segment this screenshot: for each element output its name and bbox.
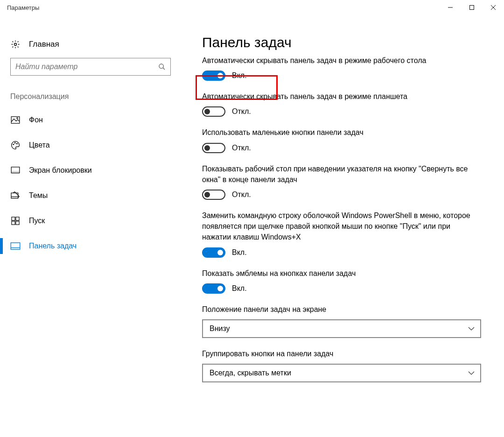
toggle-peek-desktop[interactable] <box>202 190 225 200</box>
toggle-state: Вкл. <box>232 248 247 257</box>
sidebar-item-start[interactable]: Пуск <box>0 208 180 233</box>
toggle-autohide-desktop[interactable] <box>202 70 225 81</box>
taskbar-icon <box>10 241 21 251</box>
sidebar-item-colors[interactable]: Цвета <box>0 133 180 158</box>
sidebar-item-label: Экран блокировки <box>29 166 92 175</box>
toggle-state: Откл. <box>232 190 251 199</box>
titlebar: Параметры <box>0 0 504 15</box>
sidebar-item-label: Пуск <box>29 217 45 225</box>
sidebar-item-label: Фон <box>29 116 43 124</box>
search-box[interactable] <box>10 58 171 76</box>
dropdown-combine-buttons[interactable]: Всегда, скрывать метки <box>202 364 481 382</box>
toggle-state: Вкл. <box>232 71 247 80</box>
dropdown-label: Группировать кнопки на панели задач <box>202 348 481 359</box>
setting-label: Заменить командную строку оболочкой Wind… <box>202 210 481 243</box>
toggle-state: Откл. <box>232 107 251 116</box>
picture-icon <box>10 115 21 125</box>
sidebar-item-label: Панель задач <box>29 242 77 250</box>
toggle-state: Вкл. <box>232 284 247 293</box>
search-input[interactable] <box>15 63 158 71</box>
setting-label: Показать эмблемы на кнопках панели задач <box>202 268 481 279</box>
search-icon <box>158 63 166 70</box>
setting-label: Автоматически скрывать панель задач в ре… <box>202 55 481 66</box>
dropdown-value: Всегда, скрывать метки <box>210 369 291 377</box>
chevron-down-icon <box>468 371 475 375</box>
start-icon <box>10 216 21 226</box>
sidebar-item-lockscreen[interactable]: Экран блокировки <box>0 158 180 183</box>
svg-rect-14 <box>11 193 18 198</box>
window-controls <box>440 0 504 15</box>
sidebar-item-label: Цвета <box>29 141 50 149</box>
svg-point-11 <box>17 143 18 144</box>
maximize-button[interactable] <box>461 0 483 15</box>
svg-rect-17 <box>16 217 19 220</box>
toggle-autohide-tablet[interactable] <box>202 106 225 117</box>
svg-rect-20 <box>11 243 20 249</box>
sidebar-item-background[interactable]: Фон <box>0 107 180 133</box>
setting-label: Показывать рабочий стол при наведении ук… <box>202 163 481 185</box>
toggle-badges[interactable] <box>202 283 225 294</box>
minimize-button[interactable] <box>440 0 461 15</box>
main-content: Панель задач Автоматически скрывать пане… <box>180 15 504 437</box>
svg-point-4 <box>14 43 17 46</box>
svg-rect-16 <box>12 217 15 220</box>
themes-icon <box>10 190 21 201</box>
toggle-small-buttons[interactable] <box>202 143 225 153</box>
svg-point-10 <box>14 142 15 143</box>
sidebar-item-themes[interactable]: Темы <box>0 183 180 208</box>
section-label: Персонализация <box>0 79 180 107</box>
sidebar-item-label: Темы <box>29 191 48 200</box>
svg-point-5 <box>159 64 163 68</box>
svg-point-9 <box>13 144 14 145</box>
svg-rect-1 <box>470 6 474 10</box>
window-title: Параметры <box>7 4 39 11</box>
svg-rect-18 <box>12 221 15 225</box>
svg-rect-13 <box>12 171 19 173</box>
lockscreen-icon <box>10 165 21 176</box>
palette-icon <box>10 140 21 150</box>
svg-point-8 <box>17 118 18 119</box>
svg-line-6 <box>163 68 165 70</box>
home-nav[interactable]: Главная <box>0 35 180 54</box>
dropdown-taskbar-location[interactable]: Внизу <box>202 319 481 338</box>
gear-icon <box>10 39 21 49</box>
toggle-state: Откл. <box>232 144 251 152</box>
close-button[interactable] <box>483 0 504 15</box>
sidebar: Главная Персонализация Фон <box>0 15 180 437</box>
page-title: Панель задач <box>202 35 481 50</box>
home-label: Главная <box>29 40 59 49</box>
setting-label: Автоматически скрывать панель задач в ре… <box>202 91 481 102</box>
sidebar-item-taskbar[interactable]: Панель задач <box>0 233 180 259</box>
chevron-down-icon <box>468 327 475 331</box>
setting-label: Использовать маленькие кнопки панели зад… <box>202 127 481 138</box>
svg-rect-19 <box>16 221 19 225</box>
toggle-powershell[interactable] <box>202 247 225 258</box>
dropdown-value: Внизу <box>210 324 230 333</box>
dropdown-label: Положение панели задач на экране <box>202 304 481 315</box>
